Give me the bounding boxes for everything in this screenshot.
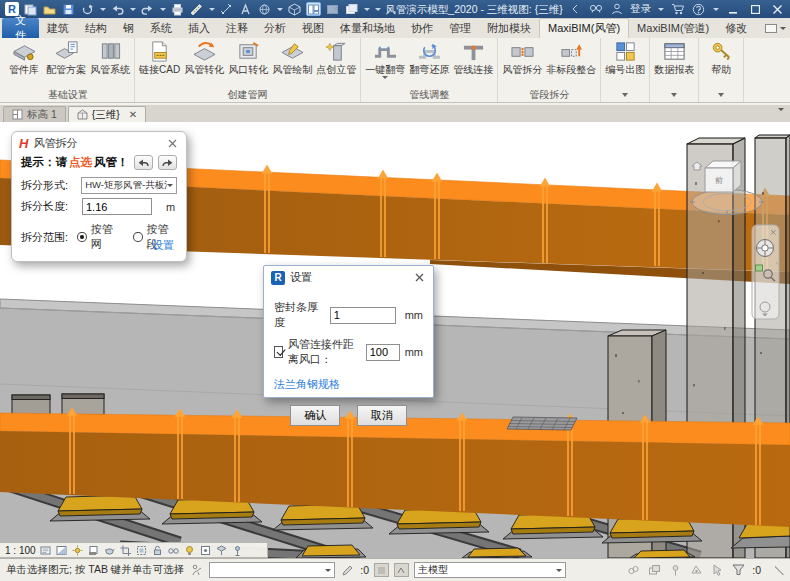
range-network-radio[interactable] <box>77 232 86 242</box>
panel-expand[interactable] <box>701 88 741 102</box>
render-icon[interactable] <box>257 2 272 16</box>
connector-distance-checkbox[interactable] <box>274 346 283 358</box>
one-key-jump-dropdown-icon[interactable] <box>382 76 388 79</box>
minimize-button[interactable] <box>725 2 741 16</box>
tab-analyze[interactable]: 分析 <box>256 18 294 38</box>
confirm-button[interactable]: 确认 <box>290 405 340 426</box>
connector-distance-input[interactable] <box>366 344 400 361</box>
sync-icon[interactable] <box>80 2 95 16</box>
select-links-icon[interactable] <box>626 563 641 577</box>
steering-wheel-icon[interactable] <box>757 240 774 257</box>
navigation-bar[interactable] <box>752 225 779 319</box>
routing-scheme-button[interactable]: 配管方案 <box>44 39 88 75</box>
crop-view-icon[interactable] <box>119 544 132 557</box>
editing-requests-icon[interactable] <box>340 563 355 577</box>
switch-windows-icon[interactable] <box>344 2 359 16</box>
link-cad-button[interactable]: 链接CAD <box>137 39 182 75</box>
vertical-duct-button[interactable]: 点创立管 <box>314 39 358 75</box>
tab-addins[interactable]: 附加模块 <box>479 18 539 38</box>
login-label[interactable]: 登录 <box>630 2 651 16</box>
tab-systems[interactable]: 系统 <box>142 18 180 38</box>
default-3d-view-icon[interactable] <box>287 2 302 16</box>
undo-pick-button[interactable] <box>134 155 153 170</box>
sync-dropdown-icon[interactable] <box>100 8 106 11</box>
tab-modify[interactable]: 修改 <box>717 18 755 38</box>
drawing-area[interactable]: 前 <box>0 122 790 558</box>
app-store-cart-icon[interactable] <box>670 2 685 16</box>
split-length-input[interactable] <box>82 198 152 215</box>
dialog-close-icon[interactable] <box>165 137 179 151</box>
tab-architecture[interactable]: 建筑 <box>39 18 77 38</box>
duct-split-button[interactable]: 风管拆分 <box>500 39 544 75</box>
close-button[interactable] <box>769 2 785 16</box>
seal-thickness-input[interactable] <box>330 307 396 324</box>
tab-maxibim-duct[interactable]: MaxiBIM(风管) <box>539 18 629 38</box>
view-tabs-overflow-icon[interactable] <box>778 108 784 111</box>
range-segment-radio[interactable] <box>133 232 142 242</box>
panel-expand[interactable] <box>603 88 647 102</box>
text-icon[interactable] <box>238 2 253 16</box>
fitting-library-button[interactable]: 管件库 <box>4 39 44 75</box>
measure-dropdown-icon[interactable] <box>209 8 215 11</box>
duct-split-dialog-titlebar[interactable]: H 风管拆分 <box>12 132 186 154</box>
temporary-hide-isolate-icon[interactable] <box>167 544 180 557</box>
one-key-jump-button[interactable]: 一键翻弯 <box>363 39 407 79</box>
worksets-icon[interactable] <box>189 563 204 577</box>
tab-structure[interactable]: 结构 <box>77 18 115 38</box>
resize-grip[interactable] <box>775 566 784 575</box>
worksharing-toggle-icon[interactable] <box>394 563 409 577</box>
render-dialog-icon[interactable] <box>103 544 116 557</box>
duct-draw-button[interactable]: 风管绘制 <box>270 39 314 75</box>
view-tab-3d[interactable]: {三维} ✕ <box>68 106 146 122</box>
design-options-select[interactable]: 主模型 <box>414 562 566 578</box>
tab-manage[interactable]: 管理 <box>441 18 479 38</box>
login-dropdown-icon[interactable] <box>658 8 664 11</box>
close-hidden-windows-icon[interactable] <box>325 2 340 16</box>
select-pinned-icon[interactable] <box>668 563 683 577</box>
settings-dialog-titlebar[interactable]: R 设置 <box>264 266 433 288</box>
render-dropdown-icon[interactable] <box>277 8 283 11</box>
split-type-select[interactable]: HW-矩形风管-共板法兰 <box>81 177 177 194</box>
show-crop-region-icon[interactable] <box>135 544 148 557</box>
save-icon[interactable] <box>61 2 76 16</box>
tab-collaborate[interactable]: 协作 <box>403 18 441 38</box>
maximize-button[interactable] <box>747 2 763 16</box>
reveal-hidden-icon[interactable] <box>183 544 196 557</box>
visual-style-icon[interactable] <box>55 544 68 557</box>
jump-restore-button[interactable]: 翻弯还原 <box>407 39 451 75</box>
qat-customize-icon[interactable] <box>375 8 381 11</box>
displacement-sets-icon[interactable] <box>215 544 228 557</box>
panel-expand[interactable] <box>652 88 696 102</box>
infocenter-collapse-icon[interactable] <box>567 2 582 16</box>
duct-convert-button[interactable]: 风管转化 <box>182 39 226 75</box>
help-dropdown-icon[interactable] <box>713 8 719 11</box>
open-file-icon[interactable] <box>42 2 57 16</box>
modify-selector[interactable] <box>761 18 790 38</box>
tile-windows-icon[interactable] <box>306 2 321 16</box>
pipeline-connect-button[interactable]: 管线连接 <box>451 39 495 75</box>
view-scale[interactable]: 1 : 100 <box>5 545 36 556</box>
sun-path-icon[interactable] <box>71 544 84 557</box>
help-button[interactable]: 帮助 <box>701 39 741 75</box>
tab-massing-site[interactable]: 体量和场地 <box>332 18 403 38</box>
drag-on-selection-icon[interactable] <box>710 563 725 577</box>
tab-view[interactable]: 视图 <box>294 18 332 38</box>
redo-icon[interactable] <box>140 2 155 16</box>
print-icon[interactable] <box>170 2 185 16</box>
cancel-button[interactable]: 取消 <box>357 405 407 426</box>
filter-icon[interactable] <box>731 563 746 577</box>
tab-maxibim-pipe[interactable]: MaxiBIM(管道) <box>629 18 717 38</box>
select-by-face-icon[interactable] <box>689 563 704 577</box>
dialog-close-icon[interactable] <box>412 271 426 285</box>
shadows-icon[interactable] <box>87 544 100 557</box>
help-icon[interactable] <box>691 2 706 16</box>
view-tab-plan[interactable]: 标高 1 <box>3 106 66 122</box>
split-settings-link[interactable]: 设置 <box>152 239 174 251</box>
close-view-icon[interactable]: ✕ <box>129 110 137 120</box>
temporary-view-properties-icon[interactable] <box>199 544 212 557</box>
aligned-dimension-icon[interactable] <box>219 2 234 16</box>
unlocked-view-icon[interactable] <box>151 544 164 557</box>
data-report-button[interactable]: 数据报表 <box>652 39 696 75</box>
nonstandard-merge-button[interactable]: 非标段整合 <box>544 39 598 75</box>
redo-dropdown-icon[interactable] <box>160 8 166 11</box>
